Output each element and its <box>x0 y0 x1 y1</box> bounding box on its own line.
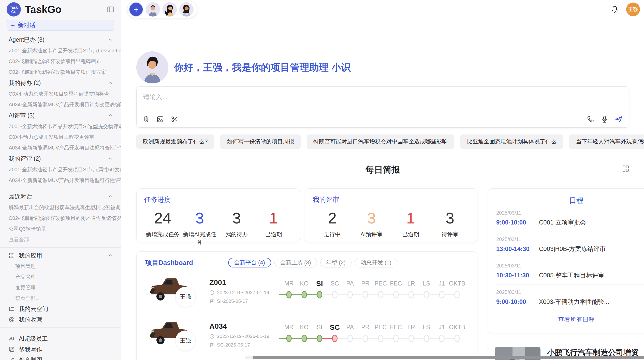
app-link-project-mgmt[interactable]: 项目管理 <box>0 261 121 272</box>
logo-text-top: Task <box>10 5 18 9</box>
stat-label: 已逾期 <box>391 231 430 238</box>
horizontal-scrollbar-track[interactable] <box>245 356 643 359</box>
attach-icon[interactable] <box>143 115 150 123</box>
schedule-date: 2025/03/11 <box>496 263 644 269</box>
schedule-time: 13:00-14:30 <box>496 245 539 252</box>
stat[interactable]: 3 AI预评审 <box>352 210 391 238</box>
stat[interactable]: 1 已逾期 <box>391 210 430 238</box>
send-icon[interactable] <box>615 115 623 123</box>
schedule-event: C003|H0B-方案冻结评审 <box>539 245 644 253</box>
svg-text:LR: LR <box>407 324 415 331</box>
card-title: 任务进度 <box>144 195 292 204</box>
list-item[interactable]: 公司Q3轻卡销量 <box>0 223 121 234</box>
project-owner-avatar[interactable]: 王强 <box>175 287 196 307</box>
svg-text:PA: PA <box>346 324 354 331</box>
list-item[interactable]: Z001-全新燃油轻卡产品开发项目SI造型提交物评审 <box>0 121 121 132</box>
agent-avatar[interactable] <box>179 2 194 17</box>
filter-tab[interactable]: 年型 (2) <box>320 258 352 267</box>
chevron-up-icon[interactable] <box>108 37 113 42</box>
app-root: Task Go TaskGo + 新对话 Agent已办 (3) Z001-全新… <box>0 0 644 360</box>
add-agent-button[interactable]: + <box>129 2 143 17</box>
chevron-up-icon[interactable] <box>108 113 113 118</box>
stat-label: 待评审 <box>430 231 470 238</box>
suggestion-chip[interactable]: 欧洲新规最近颁布了什么? <box>136 134 214 149</box>
list-item[interactable]: C0X4-动力总成开发项目SI里程碑提交物检查 <box>0 88 121 99</box>
list-item[interactable]: C02-飞腾新能源轻客改款项目立项汇报方案 <box>0 67 121 77</box>
list-item[interactable]: C02-飞腾新能源轻客改款项目里程碑画布 <box>0 56 121 67</box>
section-label: 我的评审 (2) <box>9 155 41 163</box>
image-upload-icon[interactable] <box>156 115 164 123</box>
list-item[interactable]: C0X4-动力总成开发项目工程变更评审 <box>0 132 121 142</box>
microphone-icon[interactable] <box>601 115 608 123</box>
view-all-schedule-link[interactable]: 查看所有日程 <box>495 316 644 324</box>
chat-input[interactable]: 请输入... <box>137 87 629 115</box>
project-dates: 2023-12-19~2026-01-19 <box>217 334 269 339</box>
folder-icon <box>8 306 15 312</box>
phone-call-icon[interactable] <box>587 115 594 123</box>
project-row[interactable]: 王强 A034 2023-12-19~2026-01-19 SC-2025-05… <box>145 315 469 355</box>
view-all-chats[interactable]: 查看全部... <box>0 234 121 245</box>
collapse-sidebar-icon[interactable] <box>107 6 114 13</box>
sidebar-header: Task Go TaskGo <box>0 0 121 19</box>
chevron-up-icon[interactable] <box>108 156 113 161</box>
project-owner-avatar[interactable]: 王强 <box>175 331 196 351</box>
greeting-text: 你好，王强，我是你的项目管理助理 小识 <box>174 61 351 74</box>
horizontal-scrollbar-thumb[interactable] <box>253 356 644 359</box>
sidebar-item-cloud-space[interactable]: 我的云空间 <box>0 304 121 314</box>
stat[interactable]: 1 已逾期 <box>255 210 292 246</box>
sidebar-item-my-apps[interactable]: 我的应用 <box>0 250 121 261</box>
suggestion-chip[interactable]: 特朗普可能对进口汽车增税会对中国车企造成哪些影响 <box>307 134 454 149</box>
user-avatar[interactable]: 王强 <box>626 3 640 16</box>
stat[interactable]: 3 新增AI完成任务 <box>181 210 218 246</box>
suggestion-chip[interactable]: 如何写一份清晰的项目周报 <box>220 134 301 149</box>
schedule-item: 2025/03/11 13:00-14:30 C003|H0B-方案冻结评审 加… <box>495 232 644 258</box>
svg-text:MR: MR <box>284 280 294 287</box>
sidebar-item-ai-staff[interactable]: AI超级员工 <box>0 333 121 344</box>
section-my-review[interactable]: 我的评审 (2) <box>0 153 121 164</box>
suggestion-chip[interactable]: 当下年轻人对汽车外观有怎样的喜好趋势 <box>569 134 644 149</box>
sidebar-item-creative-draw[interactable]: 创意制图 <box>0 355 121 360</box>
sidebar-item-favorites[interactable]: 我的收藏 <box>0 314 121 325</box>
section-my-todo[interactable]: 我的待办 (2) <box>0 77 121 88</box>
chevron-up-icon[interactable] <box>108 80 113 86</box>
section-label: 最近对话 <box>9 193 32 201</box>
stat[interactable]: 3 我的待办 <box>218 210 255 246</box>
project-row[interactable]: 王强 Z001 2023-12-19~2027-01-19 SI-2025-05… <box>145 271 469 311</box>
agent-avatar[interactable] <box>163 2 177 17</box>
divider <box>0 188 121 188</box>
list-item[interactable]: A034-全新新能源MUV产品开发项目造型可行性评审 <box>0 175 121 186</box>
new-chat-button[interactable]: + 新对话 <box>7 20 114 31</box>
list-item[interactable]: Z001-全新燃油皮卡产品开发项目SI节点Lesson Learn报告 <box>0 45 121 56</box>
stat[interactable]: 2 进行中 <box>313 210 352 238</box>
suggestion-chip[interactable]: 比亚迪全固态电池计划具体说了什么 <box>460 134 563 149</box>
list-item[interactable]: A034-全新新能源MUV产品开发项目计划变更表编写 <box>0 99 121 110</box>
filter-tab[interactable]: 全新上装 (3) <box>274 258 317 267</box>
list-item[interactable]: Z001-全新燃油轻卡产品开发项目SI节点属性5D文件评审 <box>0 164 121 175</box>
chevron-up-icon[interactable] <box>108 194 113 199</box>
scissors-icon[interactable] <box>171 115 178 123</box>
filter-tab[interactable]: 全新平台 (4) <box>228 258 271 267</box>
notification-bell-icon[interactable] <box>610 5 619 14</box>
app-link-product-mgmt[interactable]: 产品管理 <box>0 272 121 282</box>
list-item[interactable]: C02-飞腾新能源轻客改款项目的闭环通告反馈情况 <box>0 213 121 223</box>
app-link-change-mgmt[interactable]: 变更管理 <box>0 282 121 293</box>
layout-grid-icon[interactable] <box>622 165 629 172</box>
list-item[interactable]: A034-全新新能源MUV产品开发项目法规符合性评审 <box>0 142 121 153</box>
stat[interactable]: 3 待评审 <box>430 210 470 238</box>
svg-text:OKTB: OKTB <box>449 324 465 331</box>
project-name[interactable]: Z001 <box>209 278 277 287</box>
section-recent-chats[interactable]: 最近对话 <box>0 191 121 202</box>
schedule-card: 日程 2025/03/11 9:00-10:00 C001-立项审批会 加入 2… <box>488 188 644 333</box>
stat[interactable]: 24 新增完成任务 <box>144 210 181 246</box>
view-all-apps[interactable]: 查看全部... <box>0 293 121 304</box>
sidebar-item-help-write[interactable]: 帮我写作 <box>0 344 121 355</box>
section-agent-done[interactable]: Agent已办 (3) <box>0 34 121 45</box>
chevron-up-icon[interactable] <box>108 253 113 258</box>
stat-label: 我的待办 <box>218 231 255 238</box>
filter-tab[interactable]: 动总开发 (1) <box>355 258 397 267</box>
project-name[interactable]: A034 <box>209 322 277 331</box>
list-item[interactable]: 解释最新出台的欧盟报废车法规再生塑料比例被调至15%... <box>0 202 121 213</box>
agent-avatar[interactable] <box>146 2 160 17</box>
section-ai-review[interactable]: AI评审 (3) <box>0 110 121 121</box>
agent-avatar-group: + <box>127 1 197 18</box>
